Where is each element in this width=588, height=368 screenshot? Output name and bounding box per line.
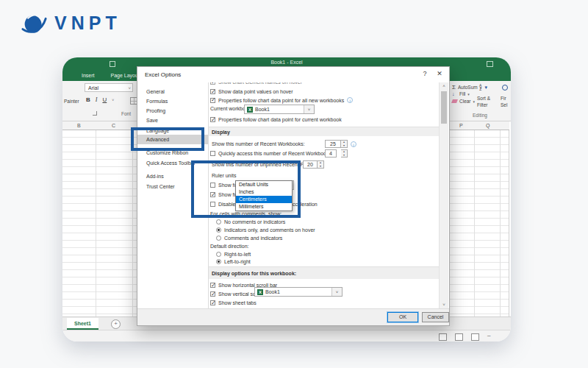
nav-save[interactable]: Save — [137, 116, 208, 125]
underline-dropdown-icon[interactable]: ˅ — [112, 98, 114, 102]
cancel-button[interactable]: Cancel — [422, 312, 449, 322]
nav-quick-access-toolbar[interactable]: Quick Access Toolbar — [137, 158, 208, 168]
dialog-scrollbar[interactable]: ˄ ˅ — [439, 82, 448, 308]
checkbox-row[interactable]: Properties follow chart data point for c… — [210, 117, 342, 122]
underline-button[interactable]: U — [102, 96, 107, 103]
help-button[interactable]: ? — [420, 70, 430, 77]
radio-button[interactable] — [216, 219, 221, 224]
tab-insert[interactable]: Insert — [82, 73, 95, 78]
find-select-icon[interactable] — [502, 85, 508, 91]
checkbox[interactable] — [210, 291, 215, 297]
excel-options-dialog: Excel Options ? ✕ General Formulas Proof… — [137, 66, 450, 326]
spinner-control[interactable]: ▴▾ — [318, 160, 324, 169]
radio-label: Left-to-right — [224, 259, 251, 264]
font-name-combobox[interactable]: Arial ˅ — [85, 83, 133, 92]
ruler-units-dropdown-list: Default Units Inches Centimeters Millime… — [235, 180, 293, 211]
sort-filter-icon[interactable]: AZ ▼ — [479, 84, 488, 91]
italic-button[interactable]: I — [96, 96, 98, 103]
sort-filter-label-2[interactable]: Filter — [477, 102, 487, 107]
nav-customize-ribbon[interactable]: Customize Ribbon — [137, 148, 208, 158]
current-workbook-combobox[interactable]: XBook1 ˅ — [244, 105, 315, 114]
nav-formulas[interactable]: Formulas — [137, 96, 208, 106]
ribbon-display-options-icon[interactable] — [487, 61, 493, 67]
page-layout-view-icon[interactable] — [455, 333, 463, 341]
font-name-value: Arial — [88, 85, 98, 91]
scroll-down-icon[interactable]: ˅ — [440, 302, 448, 307]
checkbox[interactable] — [210, 202, 215, 207]
clear-button[interactable]: Clear ▾ — [452, 99, 475, 104]
ok-button[interactable]: OK — [387, 312, 418, 322]
checkbox-row[interactable]: Show fu — [210, 192, 237, 197]
chevron-down-icon[interactable]: ˅ — [331, 288, 342, 296]
nav-proofing[interactable]: Proofing — [137, 106, 208, 116]
checkbox[interactable] — [210, 151, 215, 156]
column-header-q[interactable]: Q — [486, 123, 490, 128]
spinner-control[interactable]: ▴▾ — [341, 149, 348, 158]
cut-checkbox-row: Show chart element names on hover — [210, 82, 431, 88]
column-header-c[interactable]: C — [112, 123, 115, 128]
checkbox-row[interactable]: Properties follow chart data point for a… — [210, 97, 353, 103]
checkbox-row[interactable]: Show for — [210, 183, 239, 188]
recent-workbooks-input[interactable]: 25 — [325, 140, 341, 148]
checkbox[interactable] — [210, 117, 215, 122]
dialog-nav: General Formulas Proofing Save Language … — [137, 82, 209, 325]
column-header-b[interactable]: B — [77, 123, 81, 128]
sheet-tab-sheet1[interactable]: Sheet1 — [67, 318, 98, 330]
nav-general[interactable]: General — [137, 87, 208, 96]
bold-button[interactable]: B — [86, 96, 90, 103]
checkbox-row[interactable]: Show sheet tabs — [210, 300, 257, 305]
tab-page-layout[interactable]: Page Layout — [111, 73, 140, 78]
dialog-launcher-icon[interactable] — [93, 111, 97, 116]
ruler-units-label: Ruler units — [212, 173, 236, 178]
checkbox-row[interactable]: Show data point values on hover — [210, 89, 293, 94]
autosum-button[interactable]: Σ AutoSum ▾ — [452, 84, 481, 91]
sort-filter-label-1[interactable]: Sort & — [477, 96, 490, 101]
new-sheet-button[interactable]: + — [111, 319, 121, 329]
radio-row[interactable]: Right-to-left — [216, 252, 251, 257]
radio-button[interactable] — [216, 236, 221, 241]
nav-advanced[interactable]: Advanced — [137, 135, 208, 144]
window-title: Book1 - Excel — [62, 60, 511, 65]
dropdown-option-centimeters[interactable]: Centimeters — [236, 196, 292, 203]
chevron-down-icon[interactable]: ˅ — [304, 105, 314, 113]
column-header-p[interactable]: P — [459, 123, 463, 128]
checkbox[interactable] — [210, 89, 215, 94]
radio-button[interactable] — [216, 259, 221, 264]
checkbox[interactable] — [210, 300, 215, 305]
spinner-control[interactable]: ▴▾ — [341, 140, 348, 148]
radio-row[interactable]: No comments or indicators — [216, 219, 285, 224]
find-select-label-2[interactable]: Sel — [501, 102, 507, 107]
radio-button[interactable] — [216, 252, 221, 257]
quick-access-input[interactable]: 4 — [325, 149, 337, 158]
checkbox[interactable] — [210, 183, 215, 188]
find-select-label-1[interactable]: Fir — [501, 96, 506, 101]
nav-trust-center[interactable]: Trust Center — [137, 182, 208, 191]
chevron-down-icon: ▾ — [467, 92, 470, 96]
font-group-label: Font — [121, 111, 131, 116]
radio-row[interactable]: Comments and indicators — [216, 236, 282, 241]
scrollbar-thumb[interactable] — [441, 91, 447, 124]
dropdown-option-default-units[interactable]: Default Units — [236, 181, 292, 188]
scroll-up-icon[interactable]: ˄ — [440, 84, 448, 88]
normal-view-icon[interactable] — [439, 333, 447, 341]
field-label: Show this number of Recent Workbooks: — [212, 141, 305, 146]
checkbox[interactable] — [210, 192, 215, 197]
dropdown-option-inches[interactable]: Inches — [236, 188, 292, 196]
format-painter-label[interactable]: Painter — [64, 99, 79, 104]
radio-row[interactable]: Indicators only, and comments on hover — [216, 227, 315, 233]
radio-row[interactable]: Left-to-right — [216, 259, 251, 264]
dropdown-option-millimeters[interactable]: Millimeters — [236, 203, 292, 210]
zoom-out-button[interactable]: – — [487, 332, 490, 339]
fill-label: Fill — [459, 91, 465, 96]
nav-add-ins[interactable]: Add-ins — [137, 171, 208, 181]
unpinned-input[interactable]: 20 — [303, 160, 318, 169]
fill-button[interactable]: ↓ Fill ▾ — [452, 91, 470, 96]
checkbox[interactable] — [210, 82, 215, 85]
checkbox[interactable] — [210, 283, 215, 288]
close-icon[interactable]: ✕ — [434, 70, 445, 77]
radio-button[interactable] — [216, 227, 221, 233]
quick-access-row[interactable]: Quickly access this number of Recent Wor… — [210, 151, 333, 156]
page-break-view-icon[interactable] — [471, 333, 479, 341]
checkbox[interactable] — [210, 98, 215, 103]
workbook-combobox[interactable]: XBook1 ˅ — [254, 287, 343, 297]
